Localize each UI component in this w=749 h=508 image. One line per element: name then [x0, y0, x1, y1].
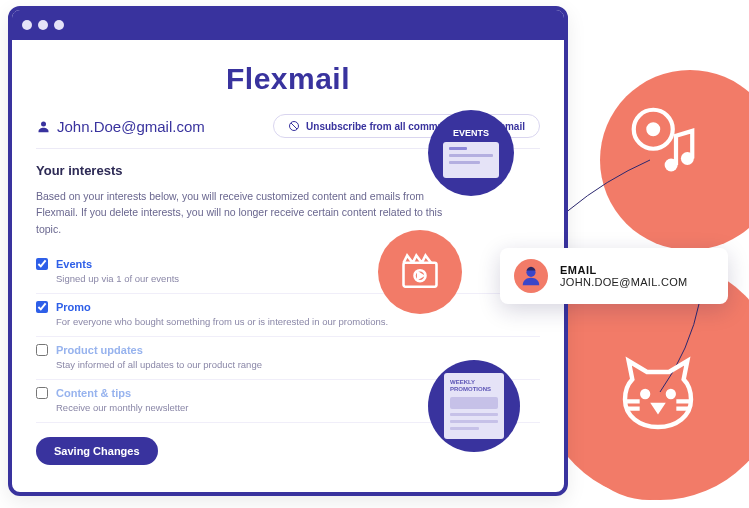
events-badge-label: EVENTS [453, 128, 489, 138]
interest-toggle[interactable]: Events [36, 258, 540, 270]
save-button[interactable]: Saving Changes [36, 437, 158, 465]
svg-point-8 [681, 152, 694, 165]
brand-logo: Flexmail [36, 62, 540, 96]
email-card-value: JOHN.DOE@MAIL.COM [560, 276, 688, 288]
interest-description: For everyone who bought something from u… [36, 316, 540, 327]
interest-checkbox[interactable] [36, 258, 48, 270]
interest-label: Content & tips [56, 387, 131, 399]
svg-point-9 [642, 391, 648, 397]
clapperboard-icon [398, 250, 442, 294]
svg-point-7 [665, 159, 678, 172]
window-control-dot [22, 20, 32, 30]
interest-description: Signed up via 1 of our events [36, 273, 540, 284]
user-email-text: John.Doe@gmail.com [57, 118, 205, 135]
music-icon [624, 100, 702, 178]
user-email: John.Doe@gmail.com [36, 118, 205, 135]
interest-toggle[interactable]: Promo [36, 301, 540, 313]
events-badge: EVENTS [428, 110, 514, 196]
interest-label: Product updates [56, 344, 143, 356]
promotions-line1: WEEKLY [450, 379, 475, 385]
avatar [514, 259, 548, 293]
svg-point-0 [41, 121, 46, 126]
user-icon [36, 119, 51, 134]
interest-item: Promo For everyone who bought something … [36, 294, 540, 337]
promotions-card-icon: WEEKLY PROMOTIONS [444, 373, 504, 439]
promotions-line2: PROMOTIONS [450, 386, 491, 392]
interest-label: Promo [56, 301, 91, 313]
promotions-badge: WEEKLY PROMOTIONS [428, 360, 520, 452]
interest-item: Events Signed up via 1 of our events [36, 251, 540, 294]
email-card-label: EMAIL [560, 264, 688, 276]
window-control-dot [38, 20, 48, 30]
svg-point-6 [648, 124, 658, 134]
ban-icon [288, 120, 300, 132]
window-titlebar [12, 10, 564, 40]
interest-checkbox[interactable] [36, 387, 48, 399]
window-control-dot [54, 20, 64, 30]
interest-checkbox[interactable] [36, 344, 48, 356]
interest-checkbox[interactable] [36, 301, 48, 313]
document-icon [443, 142, 499, 178]
interest-toggle[interactable]: Product updates [36, 344, 540, 356]
svg-line-2 [291, 123, 297, 129]
cat-icon [614, 350, 702, 438]
video-badge [378, 230, 462, 314]
interests-intro: Based on your interests below, you will … [36, 188, 456, 237]
email-card: EMAIL JOHN.DOE@MAIL.COM [500, 248, 728, 304]
avatar-icon [520, 265, 542, 287]
svg-point-10 [668, 391, 674, 397]
interest-label: Events [56, 258, 92, 270]
